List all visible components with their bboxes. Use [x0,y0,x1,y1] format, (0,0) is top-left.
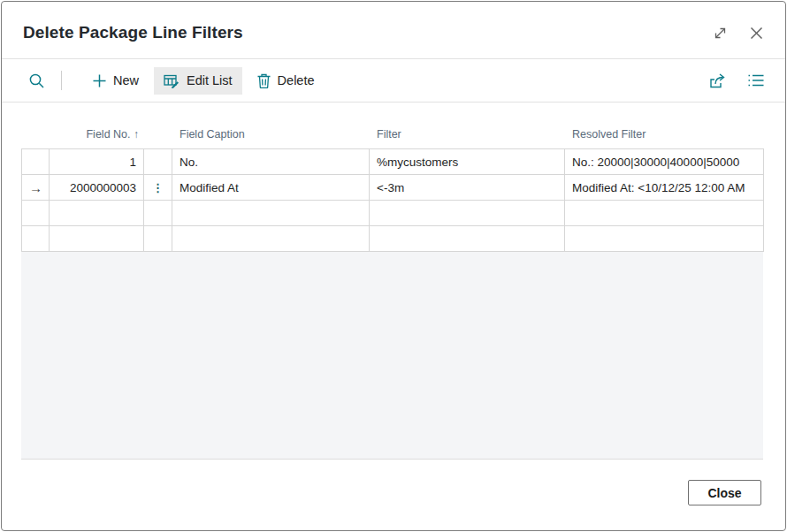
delete-button-label: Delete [278,73,315,87]
row-marker-cell [22,201,50,226]
resize-dialog-icon[interactable] [713,26,728,41]
field-caption-cell[interactable]: Modified At [172,175,370,201]
column-header-field-caption[interactable]: Field Caption [172,128,369,141]
field-no-cell[interactable] [50,226,144,252]
filters-table: Field No. ↑ Field Caption Filter Resolve… [21,103,763,460]
list-options-icon[interactable] [748,74,764,87]
dialog-footer: Close [2,460,785,531]
current-row-arrow-icon: → [22,175,50,201]
filter-cell[interactable]: <-3m [370,175,565,201]
toolbar-divider [61,71,62,90]
dialog-title: Delete Package Line Filters [23,23,243,42]
resolved-filter-cell: No.: 20000|30000|40000|50000 [565,149,764,175]
sort-ascending-icon: ↑ [134,128,139,141]
trash-icon [257,73,271,88]
edit-list-button-label: Edit List [187,73,233,87]
filter-cell[interactable] [370,226,565,252]
column-header-filter[interactable]: Filter [369,128,564,141]
share-icon[interactable] [709,72,727,88]
table-row[interactable] [22,201,764,226]
table-row[interactable] [22,226,764,252]
dialog-titlebar: Delete Package Line Filters [2,2,785,59]
plus-icon [93,74,106,87]
row-marker-cell [22,226,50,252]
resolved-filter-cell [565,201,764,226]
close-icon[interactable] [749,26,764,41]
new-button-label: New [113,73,139,87]
row-marker-cell [22,149,50,175]
search-icon[interactable] [28,72,45,89]
row-options-cell[interactable] [144,226,172,252]
column-header-field-no[interactable]: Field No. ↑ [49,128,143,141]
edit-list-icon [164,73,180,88]
resolved-filter-cell: Modified At: <10/12/25 12:00 AM [565,175,764,201]
close-button[interactable]: Close [688,480,761,505]
row-options-cell[interactable] [144,201,172,226]
filters-grid: 1 No. %mycustomers No.: 20000|30000|4000… [21,148,764,252]
edit-list-button[interactable]: Edit List [154,67,242,95]
resolved-filter-cell [565,226,764,252]
field-no-cell[interactable] [50,201,144,226]
new-button[interactable]: New [83,67,149,94]
table-row[interactable]: 1 No. %mycustomers No.: 20000|30000|4000… [22,149,764,175]
filter-cell[interactable] [370,201,565,226]
row-options-cell[interactable] [144,149,172,175]
table-header-row: Field No. ↑ Field Caption Filter Resolve… [21,103,763,148]
table-empty-area [21,252,763,460]
table-row-current[interactable]: → 2000000003 ⋮ Modified At <-3m Modified… [22,175,764,201]
field-caption-cell[interactable]: No. [172,149,370,175]
field-caption-cell[interactable] [172,201,370,226]
field-no-cell[interactable]: 2000000003 [50,175,144,201]
row-options-icon[interactable]: ⋮ [144,175,172,201]
field-caption-cell[interactable] [172,226,370,252]
delete-package-line-filters-dialog: Delete Package Line Filters [1,1,786,531]
field-no-cell[interactable]: 1 [50,149,144,175]
column-header-resolved-filter[interactable]: Resolved Filter [564,128,763,141]
action-toolbar: New Edit List [2,59,785,103]
delete-button[interactable]: Delete [248,67,325,95]
filter-cell[interactable]: %mycustomers [370,149,565,175]
